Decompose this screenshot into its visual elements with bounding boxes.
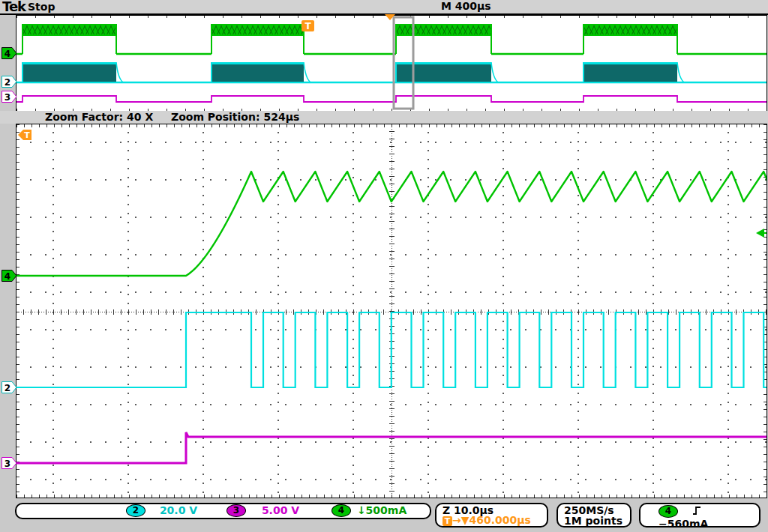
- triangle-glyph: ▼: [461, 514, 470, 526]
- zoom-factor-readout: Zoom Factor: 40 X: [45, 111, 153, 123]
- svg-text:2: 2: [4, 383, 10, 393]
- sample-rate-readout: 250MS/s: [564, 505, 630, 516]
- svg-text:4: 4: [4, 49, 10, 59]
- ch4-badge: 4: [332, 504, 351, 517]
- overview-plot: T: [16, 15, 767, 112]
- svg-text:3: 3: [4, 459, 10, 469]
- channel-scale-readouts: 2 20.0 V 3 5.00 V 4 ↓500mA: [15, 503, 431, 519]
- zoom-info-bar: Zoom Factor: 40 X Zoom Position: 524µs: [0, 111, 768, 124]
- delay-readout: T→▼460.000µs: [442, 516, 547, 526]
- delay-value: 460.000µs: [470, 514, 531, 526]
- zoom-position-readout: Zoom Position: 524µs: [171, 111, 299, 123]
- ch2-badge: 2: [126, 504, 146, 517]
- svg-text:4: 4: [4, 271, 10, 282]
- zoom-ch4-marker[interactable]: 4: [2, 270, 17, 282]
- tek-logo: Tek: [2, 0, 26, 14]
- overview-ch3-marker[interactable]: 3: [2, 91, 17, 103]
- status-bar: 2 20.0 V 3 5.00 V 4 ↓500mA Z 10.0µs T→▼4…: [0, 499, 768, 532]
- ch3-scale-readout: 3 5.00 V: [226, 504, 299, 517]
- record-length-readout: 1M points: [564, 516, 630, 526]
- rising-slope-icon: [692, 505, 701, 516]
- arrow-glyph: →: [452, 514, 461, 526]
- trigger-source-badge: 4: [658, 505, 678, 518]
- main-timebase-readout: M 400µs: [441, 0, 491, 12]
- zoom-ch3-marker[interactable]: 3: [2, 457, 17, 469]
- svg-text:2: 2: [4, 77, 10, 88]
- svg-text:T: T: [24, 130, 30, 140]
- acquisition-status: Stop: [28, 1, 55, 13]
- svg-text:T: T: [304, 21, 311, 31]
- ch4-scale-value: ↓500mA: [357, 504, 406, 516]
- trigger-position-triangle-icon[interactable]: [385, 14, 395, 20]
- trigger-box: 4 −560mA: [639, 503, 760, 528]
- zoom-timebase-box: Z 10.0µs T→▼460.000µs: [435, 503, 548, 528]
- header-bar: Tek Stop M 400µs: [0, 0, 768, 13]
- zoom-waveforms: T: [16, 124, 766, 498]
- ch2-scale-readout: 2 20.0 V: [126, 504, 197, 517]
- ch2-scale-value: 20.0 V: [160, 504, 197, 516]
- zoom-ch2-marker[interactable]: 2: [2, 381, 17, 393]
- svg-text:3: 3: [4, 92, 10, 103]
- trigger-t-icon: T: [442, 516, 452, 526]
- trigger-level-readout: −560mA: [658, 518, 708, 530]
- overview-ch2-marker[interactable]: 2: [2, 76, 17, 88]
- ch3-badge: 3: [226, 504, 246, 517]
- ch3-scale-value: 5.00 V: [262, 504, 299, 516]
- overview-waveforms: T: [16, 16, 766, 111]
- zoom-plot: T: [16, 124, 767, 498]
- overview-ch4-marker[interactable]: 4: [2, 47, 17, 59]
- ch4-scale-readout: 4 ↓500mA: [332, 504, 406, 517]
- acquisition-box: 250MS/s 1M points: [556, 503, 632, 528]
- oscilloscope-screen: Tek Stop M 400µs T 4 2 3 Zoom Factor: 40…: [0, 0, 768, 532]
